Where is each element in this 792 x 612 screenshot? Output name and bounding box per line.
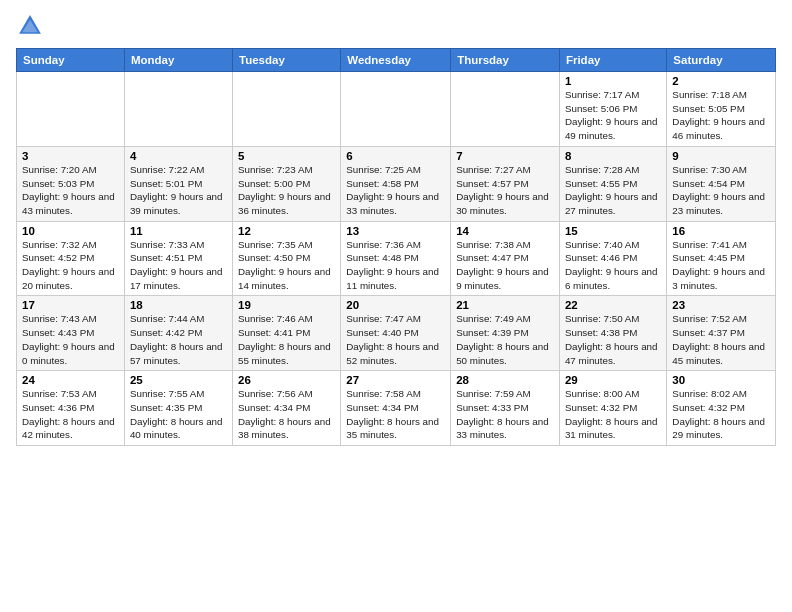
day-number: 15 [565,225,661,237]
day-info: Sunrise: 7:33 AM Sunset: 4:51 PM Dayligh… [130,238,227,293]
day-info: Sunrise: 7:32 AM Sunset: 4:52 PM Dayligh… [22,238,119,293]
day-cell: 27Sunrise: 7:58 AM Sunset: 4:34 PM Dayli… [341,371,451,446]
day-number: 27 [346,374,445,386]
day-info: Sunrise: 7:27 AM Sunset: 4:57 PM Dayligh… [456,163,554,218]
day-number: 14 [456,225,554,237]
day-cell [233,72,341,147]
day-number: 21 [456,299,554,311]
day-cell: 11Sunrise: 7:33 AM Sunset: 4:51 PM Dayli… [124,221,232,296]
day-cell: 4Sunrise: 7:22 AM Sunset: 5:01 PM Daylig… [124,146,232,221]
week-row-1: 3Sunrise: 7:20 AM Sunset: 5:03 PM Daylig… [17,146,776,221]
day-info: Sunrise: 7:50 AM Sunset: 4:38 PM Dayligh… [565,312,661,367]
day-cell: 3Sunrise: 7:20 AM Sunset: 5:03 PM Daylig… [17,146,125,221]
day-cell: 19Sunrise: 7:46 AM Sunset: 4:41 PM Dayli… [233,296,341,371]
calendar-header-row: SundayMondayTuesdayWednesdayThursdayFrid… [17,49,776,72]
day-number: 5 [238,150,335,162]
day-number: 6 [346,150,445,162]
day-cell [124,72,232,147]
day-info: Sunrise: 7:41 AM Sunset: 4:45 PM Dayligh… [672,238,770,293]
day-cell: 16Sunrise: 7:41 AM Sunset: 4:45 PM Dayli… [667,221,776,296]
day-number: 25 [130,374,227,386]
day-cell [451,72,560,147]
day-cell [341,72,451,147]
day-info: Sunrise: 7:56 AM Sunset: 4:34 PM Dayligh… [238,387,335,442]
day-info: Sunrise: 8:02 AM Sunset: 4:32 PM Dayligh… [672,387,770,442]
day-info: Sunrise: 7:43 AM Sunset: 4:43 PM Dayligh… [22,312,119,367]
day-info: Sunrise: 7:20 AM Sunset: 5:03 PM Dayligh… [22,163,119,218]
day-cell: 10Sunrise: 7:32 AM Sunset: 4:52 PM Dayli… [17,221,125,296]
day-info: Sunrise: 8:00 AM Sunset: 4:32 PM Dayligh… [565,387,661,442]
day-number: 8 [565,150,661,162]
day-cell: 13Sunrise: 7:36 AM Sunset: 4:48 PM Dayli… [341,221,451,296]
day-cell: 12Sunrise: 7:35 AM Sunset: 4:50 PM Dayli… [233,221,341,296]
logo [16,12,48,40]
day-cell: 23Sunrise: 7:52 AM Sunset: 4:37 PM Dayli… [667,296,776,371]
day-cell: 9Sunrise: 7:30 AM Sunset: 4:54 PM Daylig… [667,146,776,221]
day-cell: 26Sunrise: 7:56 AM Sunset: 4:34 PM Dayli… [233,371,341,446]
logo-icon [16,12,44,40]
col-header-tuesday: Tuesday [233,49,341,72]
col-header-sunday: Sunday [17,49,125,72]
day-info: Sunrise: 7:35 AM Sunset: 4:50 PM Dayligh… [238,238,335,293]
day-info: Sunrise: 7:22 AM Sunset: 5:01 PM Dayligh… [130,163,227,218]
page: SundayMondayTuesdayWednesdayThursdayFrid… [0,0,792,612]
day-info: Sunrise: 7:53 AM Sunset: 4:36 PM Dayligh… [22,387,119,442]
header [16,12,776,40]
day-info: Sunrise: 7:59 AM Sunset: 4:33 PM Dayligh… [456,387,554,442]
day-number: 18 [130,299,227,311]
day-number: 30 [672,374,770,386]
day-info: Sunrise: 7:49 AM Sunset: 4:39 PM Dayligh… [456,312,554,367]
col-header-friday: Friday [559,49,666,72]
day-number: 10 [22,225,119,237]
day-info: Sunrise: 7:23 AM Sunset: 5:00 PM Dayligh… [238,163,335,218]
day-cell: 17Sunrise: 7:43 AM Sunset: 4:43 PM Dayli… [17,296,125,371]
day-cell: 18Sunrise: 7:44 AM Sunset: 4:42 PM Dayli… [124,296,232,371]
day-cell: 21Sunrise: 7:49 AM Sunset: 4:39 PM Dayli… [451,296,560,371]
day-cell: 7Sunrise: 7:27 AM Sunset: 4:57 PM Daylig… [451,146,560,221]
day-info: Sunrise: 7:38 AM Sunset: 4:47 PM Dayligh… [456,238,554,293]
day-number: 20 [346,299,445,311]
day-cell: 1Sunrise: 7:17 AM Sunset: 5:06 PM Daylig… [559,72,666,147]
day-number: 4 [130,150,227,162]
day-info: Sunrise: 7:52 AM Sunset: 4:37 PM Dayligh… [672,312,770,367]
day-info: Sunrise: 7:55 AM Sunset: 4:35 PM Dayligh… [130,387,227,442]
day-info: Sunrise: 7:58 AM Sunset: 4:34 PM Dayligh… [346,387,445,442]
day-cell: 29Sunrise: 8:00 AM Sunset: 4:32 PM Dayli… [559,371,666,446]
day-info: Sunrise: 7:25 AM Sunset: 4:58 PM Dayligh… [346,163,445,218]
day-cell: 20Sunrise: 7:47 AM Sunset: 4:40 PM Dayli… [341,296,451,371]
day-number: 3 [22,150,119,162]
week-row-4: 24Sunrise: 7:53 AM Sunset: 4:36 PM Dayli… [17,371,776,446]
day-number: 17 [22,299,119,311]
day-info: Sunrise: 7:18 AM Sunset: 5:05 PM Dayligh… [672,88,770,143]
day-cell: 5Sunrise: 7:23 AM Sunset: 5:00 PM Daylig… [233,146,341,221]
day-cell: 25Sunrise: 7:55 AM Sunset: 4:35 PM Dayli… [124,371,232,446]
day-cell: 2Sunrise: 7:18 AM Sunset: 5:05 PM Daylig… [667,72,776,147]
week-row-3: 17Sunrise: 7:43 AM Sunset: 4:43 PM Dayli… [17,296,776,371]
day-number: 2 [672,75,770,87]
day-number: 12 [238,225,335,237]
day-number: 23 [672,299,770,311]
day-number: 29 [565,374,661,386]
col-header-monday: Monday [124,49,232,72]
day-cell [17,72,125,147]
day-number: 22 [565,299,661,311]
week-row-2: 10Sunrise: 7:32 AM Sunset: 4:52 PM Dayli… [17,221,776,296]
day-number: 28 [456,374,554,386]
day-cell: 22Sunrise: 7:50 AM Sunset: 4:38 PM Dayli… [559,296,666,371]
day-info: Sunrise: 7:28 AM Sunset: 4:55 PM Dayligh… [565,163,661,218]
day-info: Sunrise: 7:40 AM Sunset: 4:46 PM Dayligh… [565,238,661,293]
day-cell: 30Sunrise: 8:02 AM Sunset: 4:32 PM Dayli… [667,371,776,446]
day-cell: 14Sunrise: 7:38 AM Sunset: 4:47 PM Dayli… [451,221,560,296]
day-cell: 28Sunrise: 7:59 AM Sunset: 4:33 PM Dayli… [451,371,560,446]
day-info: Sunrise: 7:44 AM Sunset: 4:42 PM Dayligh… [130,312,227,367]
day-number: 24 [22,374,119,386]
day-number: 1 [565,75,661,87]
day-number: 9 [672,150,770,162]
day-cell: 24Sunrise: 7:53 AM Sunset: 4:36 PM Dayli… [17,371,125,446]
col-header-thursday: Thursday [451,49,560,72]
week-row-0: 1Sunrise: 7:17 AM Sunset: 5:06 PM Daylig… [17,72,776,147]
day-cell: 15Sunrise: 7:40 AM Sunset: 4:46 PM Dayli… [559,221,666,296]
day-info: Sunrise: 7:17 AM Sunset: 5:06 PM Dayligh… [565,88,661,143]
day-number: 26 [238,374,335,386]
day-cell: 6Sunrise: 7:25 AM Sunset: 4:58 PM Daylig… [341,146,451,221]
